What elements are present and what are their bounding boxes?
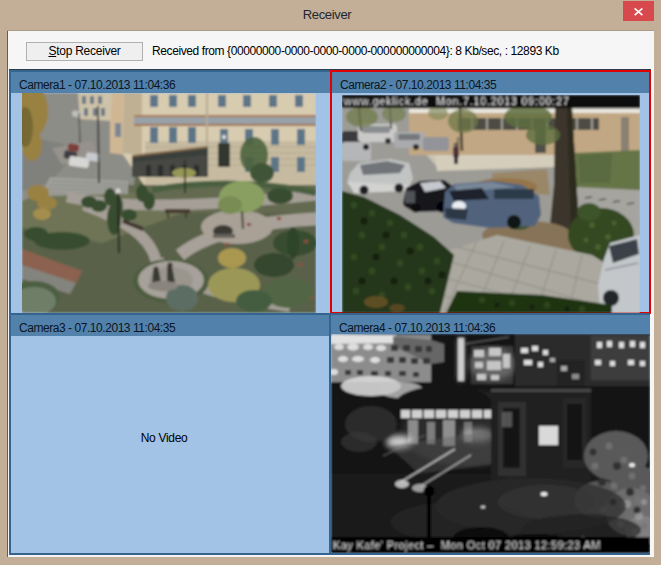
svg-text:Kay Kafe' Project – Mon Oct 0: Kay Kafe' Project – Mon Oct 07 2013 12:5… [333,539,601,551]
svg-text:www.geklick.de Mon.7.10.2013: www.geklick.de Mon.7.10.2013 09:00:27 [343,95,570,107]
